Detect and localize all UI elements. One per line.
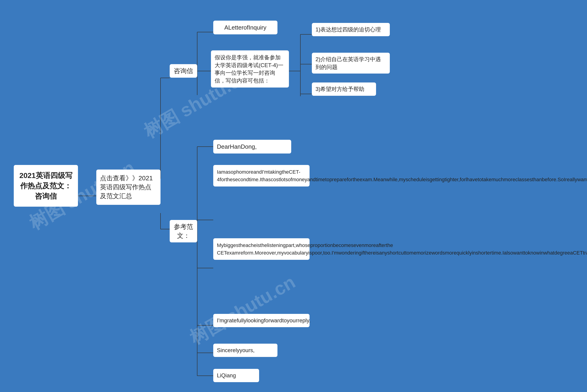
liqiang-node: LiQiang xyxy=(213,369,259,382)
l1-node[interactable]: 点击查看》》2021英语四级写作热点及范文汇总 xyxy=(96,170,160,205)
point3-node: 3)希望对方给予帮助 xyxy=(312,82,376,96)
point1-label: 1)表达想过四级的迫切心理 xyxy=(316,26,381,32)
para1-node: IamasophomoreandI'mtakingtheCET-4forthes… xyxy=(213,165,310,186)
watermark-2: 树图 shutu.cn xyxy=(185,270,300,350)
dear-node: DearHanDong, xyxy=(213,140,291,154)
consulting-node: 咨询信 xyxy=(170,64,197,78)
para2-node: Mybiggestheacheisthelisteningpart,whosep… xyxy=(213,238,310,260)
letter-node: ALetterofInquiry xyxy=(213,20,277,34)
para1-label: IamasophomoreandI'mtakingtheCET-4forthes… xyxy=(217,169,587,182)
sincerely-label: Sincerelyyours, xyxy=(217,347,254,353)
dear-label: DearHanDong, xyxy=(217,143,256,150)
l1-label: 点击查看》》2021英语四级写作热点及范文汇总 xyxy=(100,174,153,200)
liqiang-label: LiQiang xyxy=(217,372,236,378)
para2-label: Mybiggestheacheisthelisteningpart,whosep… xyxy=(217,242,587,256)
root-label: 2021英语四级写作热点及范文：咨询信 xyxy=(19,171,72,200)
point2-label: 2)介绍自己在英语学习中遇到的问题 xyxy=(316,56,381,70)
prompt-label: 假设你是李强，就准备参加大学英语四级考试(CET-4)一事向一位学长写一封咨询信… xyxy=(215,54,283,84)
sample-node: 参考范文： xyxy=(170,220,197,242)
point2-node: 2)介绍自己在英语学习中遇到的问题 xyxy=(312,53,390,74)
point1-node: 1)表达想过四级的迫切心理 xyxy=(312,23,390,36)
sincerely-node: Sincerelyyours, xyxy=(213,344,277,357)
sample-label: 参考范文： xyxy=(174,223,193,239)
gratefully-label: I'mgratefullylookingforwardtoyourreply. xyxy=(217,317,311,324)
prompt-node: 假设你是李强，就准备参加大学英语四级考试(CET-4)一事向一位学长写一封咨询信… xyxy=(211,50,289,88)
consulting-label: 咨询信 xyxy=(174,67,193,74)
letter-label: ALetterofInquiry xyxy=(224,24,266,31)
root-node: 2021英语四级写作热点及范文：咨询信 xyxy=(14,165,78,207)
gratefully-node: I'mgratefullylookingforwardtoyourreply. xyxy=(213,314,310,327)
point3-label: 3)希望对方给予帮助 xyxy=(316,86,364,92)
